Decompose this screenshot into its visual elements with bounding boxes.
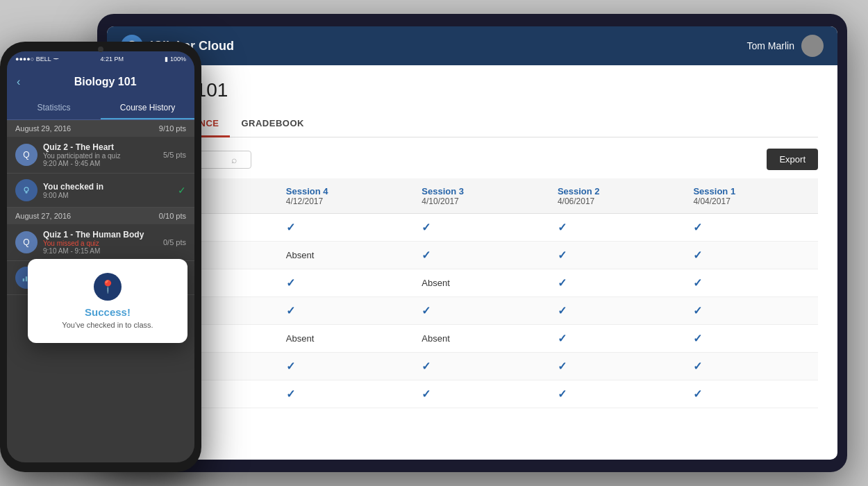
session-cell: ✓ [546, 380, 683, 408]
session-cell: ✓ [682, 269, 818, 297]
checkmark-icon: ✓ [693, 249, 702, 261]
phone-nav: ‹ Biology 101 [7, 67, 194, 97]
phone-tab-statistics[interactable]: Statistics [7, 97, 101, 119]
quiz1-title: Quiz 1 - The Human Body [43, 230, 158, 240]
toolbar: ⌕ Export [126, 149, 818, 170]
svg-rect-2 [23, 278, 24, 281]
camera [98, 47, 103, 52]
checkmark-icon: ✓ [693, 388, 702, 400]
session-cell: Absent [410, 325, 546, 353]
absent-label: Absent [422, 333, 449, 344]
item-title: Quiz 2 - The Heart [43, 142, 158, 152]
checkmark-icon: ✓ [422, 221, 431, 233]
user-name: Tom Marlin [747, 40, 794, 51]
table-row: 0✓✓✓✓ [126, 380, 818, 408]
checkmark-icon: ✓ [558, 388, 567, 400]
success-icon-bg: 📍 [94, 273, 122, 301]
session-cell: ✓ [546, 353, 683, 380]
checkmark-icon: ✓ [422, 249, 431, 261]
checkmark-icon: ✓ [558, 249, 567, 261]
session-cell: ✓ [546, 325, 683, 353]
section-header-aug29: August 29, 2016 9/10 pts [7, 120, 194, 137]
quiz1-sub: You missed a quiz [43, 240, 158, 247]
session-cell: Absent [275, 242, 411, 269]
section-date: August 29, 2016 [15, 124, 71, 133]
export-button[interactable]: Export [767, 149, 818, 170]
table-row: 2AbsentAbsent✓✓ [126, 325, 818, 353]
checkmark-icon: ✓ [693, 305, 702, 317]
status-bar: ●●●●○ BELL ᅲ 4:21 PM ▮ 100% [7, 51, 194, 67]
phone-device: ●●●●○ BELL ᅲ 4:21 PM ▮ 100% ‹ Biology 10… [0, 42, 201, 472]
session-cell: ✓ [546, 297, 683, 325]
success-popup: 📍 Success! You've checked in to class. [28, 259, 187, 343]
item-sub: You participated in a quiz [43, 152, 158, 160]
absent-label: Absent [286, 333, 314, 344]
col-session1: Session 14/04/2017 [682, 178, 818, 214]
checkin-time: 9:00 AM [43, 192, 172, 199]
session-cell: ✓ [546, 242, 683, 269]
success-message: You've checked in to class. [62, 321, 153, 329]
list-item-quiz2: Q Quiz 2 - The Heart You participated in… [7, 137, 194, 174]
quiz1-time: 9:10 AM - 9:15 AM [43, 247, 158, 255]
session-cell: ✓ [682, 380, 818, 408]
checkmark-icon: ✓ [693, 221, 702, 233]
phone-title: Biology 101 [26, 76, 185, 88]
tablet-screen: iClicker Cloud Tom Marlin Biology 101 (7… [107, 26, 837, 460]
section-pts2: 0/10 pts [159, 212, 186, 220]
section-pts: 9/10 pts [159, 124, 186, 133]
session-cell: Absent [275, 325, 411, 353]
main-content: Biology 101 (7) ATTENDANCE GRADEBOOK ⌕ E… [107, 65, 837, 460]
back-icon[interactable]: ‹ [17, 76, 20, 88]
location-pin-icon: 📍 [100, 279, 115, 294]
checkmark-icon: ✓ [558, 221, 567, 233]
session-cell: ✓ [682, 214, 818, 242]
quiz-icon: Q [15, 144, 37, 166]
app-header: iClicker Cloud Tom Marlin [107, 26, 837, 65]
item-content: Quiz 2 - The Heart You participated in a… [43, 142, 158, 167]
session-cell: ✓ [275, 214, 411, 242]
phone-tab-coursehistory[interactable]: Course History [101, 97, 194, 119]
phone-screen: ●●●●○ BELL ᅲ 4:21 PM ▮ 100% ‹ Biology 10… [7, 51, 194, 462]
session-cell: ✓ [410, 353, 546, 380]
checkin-icon [15, 179, 37, 201]
checkmark-icon: ✓ [558, 333, 567, 344]
tabs-row: (7) ATTENDANCE GRADEBOOK [126, 112, 818, 137]
checkmark-icon: ✓ [693, 277, 702, 289]
time: 4:21 PM [100, 56, 124, 62]
absent-label: Absent [286, 250, 314, 260]
session-cell: ✓ [410, 297, 546, 325]
session-cell: ✓ [275, 353, 411, 380]
section-header-aug27: August 27, 2016 0/10 pts [7, 208, 194, 224]
session-cell: ✓ [410, 242, 546, 269]
svg-rect-3 [26, 276, 27, 281]
section-date2: August 27, 2016 [15, 212, 71, 220]
table-row: 1✓Absent✓✓ [126, 269, 818, 297]
col-session2: Session 24/06/2017 [546, 178, 683, 214]
tab-gradebook[interactable]: GRADEBOOK [230, 112, 315, 137]
table-row: 0Absent✓✓✓ [126, 242, 818, 269]
checkmark-icon: ✓ [693, 333, 702, 344]
success-title: Success! [85, 306, 131, 318]
phone-body: August 29, 2016 9/10 pts Q Quiz 2 - The … [7, 120, 194, 462]
session-cell: ✓ [546, 269, 683, 297]
item-pts: 5/5 pts [163, 151, 186, 159]
avatar [801, 35, 824, 57]
checkmark-icon: ✓ [422, 305, 431, 317]
session-cell: ✓ [275, 380, 411, 408]
checkmark-icon: ✓ [558, 277, 567, 289]
checkin-checkmark: ✓ [178, 185, 186, 196]
checkmark-icon: ✓ [286, 388, 295, 400]
session-cell: ✓ [275, 297, 411, 325]
table-row: 0✓✓✓✓ [126, 297, 818, 325]
svg-point-1 [24, 187, 28, 192]
search-icon: ⌕ [231, 154, 237, 165]
col-session3: Session 34/10/2017 [410, 178, 546, 214]
quiz1-icon: Q [15, 231, 37, 253]
checkmark-icon: ✓ [422, 388, 431, 400]
checkin-item: You checked in 9:00 AM ✓ [7, 174, 194, 208]
session-cell: ✓ [275, 269, 411, 297]
checkmark-icon: ✓ [422, 360, 431, 372]
tablet-device: iClicker Cloud Tom Marlin Biology 101 (7… [97, 14, 847, 472]
checkmark-icon: ✓ [286, 221, 295, 233]
col-session4: Session 44/12/2017 [275, 178, 411, 214]
